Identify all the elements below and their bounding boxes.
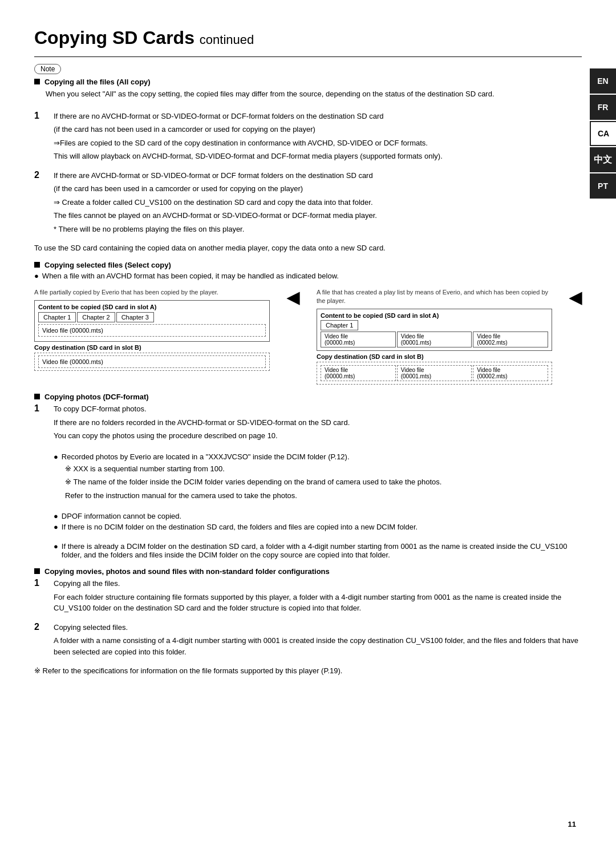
diagram-left: A file partially copied by Everio that h… [34, 288, 270, 371]
chapter-3: Chapter 3 [116, 312, 154, 322]
nonstandard-item-1-num: 1 [34, 578, 44, 588]
dcf-bullet-2: ● DPOF information cannot be copied. [54, 512, 582, 520]
dest-video-file: Video file (00000.mts) [38, 355, 266, 368]
right-desc: A file that has created a play list by m… [317, 288, 552, 306]
dcf-bullet-1-icon: ● [54, 452, 58, 461]
bullet-dot-icon: ● [34, 272, 39, 280]
item-1-line-4: This will allow playback on AVCHD-format… [54, 151, 582, 162]
right-slot-b-section: Copy destination (SD card in slot B) Vid… [317, 353, 552, 385]
select-copy-title: Copying selected files (Select copy) [44, 261, 171, 269]
item-1-content: If there are no AVCHD-format or SD-VIDEO… [54, 111, 582, 164]
dcf-kome-1: ※ XXX is a sequential number starting fr… [65, 463, 582, 475]
continued-text: continued [200, 33, 254, 47]
select-copy-header: Copying selected files (Select copy) [34, 261, 582, 269]
dcf-line-2: If there are no folders recorded in the … [54, 417, 582, 428]
nonstandard-item-1-content: Copying all the files. For each folder s… [54, 578, 582, 616]
right-dest-video-row: Video file(00000.mts) Video file(00001.m… [321, 365, 548, 381]
copy-all-title: Copying all the files (All copy) [44, 78, 151, 86]
dcf-item-1-content: To copy DCF-format photos. If there are … [54, 403, 582, 561]
note-box: Note [34, 64, 61, 74]
title-divider [34, 56, 582, 57]
dcf-item-1-num: 1 [34, 403, 44, 414]
item-1-num: 1 [34, 111, 44, 121]
item-1: 1 If there are no AVCHD-format or SD-VID… [34, 111, 582, 164]
diagram-right: A file that has created a play list by m… [317, 288, 552, 385]
right-arrow-icon: ◀ [569, 288, 582, 307]
dcf-kome-2: ※ The name of the folder inside the DCIM… [65, 476, 582, 488]
kome-bottom: ※ Refer to the specifications for inform… [34, 665, 582, 677]
right-video-row: Video file(00000.mts) Video file(00001.m… [321, 331, 548, 347]
slot-b-label: Copy destination (SD card in slot B) [34, 344, 270, 351]
section-square-icon [34, 79, 40, 84]
right-chapter-1: Chapter 1 [321, 320, 358, 330]
note-between: To use the SD card containing the copied… [34, 242, 582, 254]
item-2-line-4: The files cannot be played on an AVCHD-f… [54, 210, 582, 221]
nonstandard-item-2: 2 Copying selected files. A folder with … [34, 622, 582, 660]
nonstandard-item-1: 1 Copying all the files. For each folder… [34, 578, 582, 616]
arrow-right-icon: ◀ [287, 288, 299, 307]
page-title: Copying SD Cards continued [34, 27, 582, 48]
section-square-icon-2 [34, 262, 40, 268]
dcf-bullet-4-text: If there is already a DCIM folder on the… [62, 542, 582, 559]
lang-tab-zh[interactable]: 中文 [590, 147, 616, 172]
item-1-line-2: (if the card has not been used in a camc… [54, 124, 582, 135]
diagrams-row: A file partially copied by Everio that h… [34, 288, 582, 385]
dcf-title: Copying photos (DCF-format) [44, 393, 149, 401]
right-dest-video-1: Video file(00000.mts) [321, 365, 396, 381]
left-desc: A file partially copied by Everio that h… [34, 288, 270, 297]
dcf-bullet-1-text: Recorded photos by Everio are located in… [62, 452, 350, 461]
item-2-num: 2 [34, 170, 44, 180]
lang-tab-fr[interactable]: FR [590, 95, 616, 120]
dcf-bullet-3-text: If there is no DCIM folder on the destin… [62, 523, 418, 531]
item-2-content: If there are AVCHD-format or SD-VIDEO-fo… [54, 170, 582, 237]
nonstandard-item-2-num: 2 [34, 622, 44, 632]
lang-tab-ca[interactable]: CA [590, 121, 616, 146]
right-slot-b-label: Copy destination (SD card in slot B) [317, 353, 552, 360]
video-file-dashed: Video file (00000.mts) [38, 324, 266, 337]
slot-b-dashed-box: Video file (00000.mts) [34, 353, 270, 371]
item-2-line-2: (if the card has been used in a camcorde… [54, 183, 582, 195]
select-copy-bullet: ● When a file with an AVCHD format has b… [34, 272, 582, 280]
nonstandard-item-2-line1: Copying selected files. [54, 622, 582, 633]
dcf-bullet-1: ● Recorded photos by Everio are located … [54, 452, 582, 461]
arrow-container: ◀ [287, 288, 299, 313]
right-video-3: Video file(00002.mts) [473, 331, 548, 347]
lang-tab-pt[interactable]: PT [590, 173, 616, 199]
right-slot-b-box: Video file(00000.mts) Video file(00001.m… [317, 362, 552, 385]
chapters-row: Chapter 1 Chapter 2 Chapter 3 [38, 312, 266, 322]
dcf-bullet-2-icon: ● [54, 512, 58, 520]
item-2-line-3: ⇒ Create a folder called CU_VS100 on the… [54, 197, 582, 208]
right-video-1: Video file(00000.mts) [321, 331, 396, 347]
note-label: Note [40, 65, 55, 73]
select-copy-bullet-text: When a file with an AVCHD format has bee… [42, 272, 339, 280]
right-dest-video-2: Video file(00001.mts) [397, 365, 472, 381]
right-chapter-box: Chapter 1 [321, 321, 548, 329]
item-1-line-3: ⇒Files are copied to the SD card of the … [54, 138, 582, 149]
item-2-line-5: * There will be no problems playing the … [54, 224, 582, 235]
item-2: 2 If there are AVCHD-format or SD-VIDEO-… [34, 170, 582, 237]
dcf-line-1: To copy DCF-format photos. [54, 403, 582, 415]
slot-a-label: Content to be copied (SD card in slot A) [38, 304, 266, 310]
page-number: 11 [568, 820, 576, 828]
title-text: Copying SD Cards [34, 27, 194, 48]
lang-tabs: EN FR CA 中文 PT [590, 68, 616, 200]
nonstandard-item-1-line1: Copying all the files. [54, 578, 582, 589]
slot-a-box: Content to be copied (SD card in slot A)… [34, 300, 270, 342]
right-dest-video-3: Video file(00002.mts) [473, 365, 548, 381]
dcf-bullet-4: ● If there is already a DCIM folder on t… [54, 542, 582, 559]
lang-tab-en[interactable]: EN [590, 68, 616, 94]
dcf-bullet-2-text: DPOF information cannot be copied. [62, 512, 181, 520]
dcf-bullet-3: ● If there is no DCIM folder on the dest… [54, 523, 582, 531]
dcf-bullet-4-icon: ● [54, 542, 58, 551]
right-slot-a-label: Content to be copied (SD card in slot A) [321, 312, 548, 319]
nonstandard-header: Copying movies, photos and sound files w… [34, 567, 582, 576]
copy-all-body: When you select "All" as the copy settin… [46, 88, 582, 100]
dcf-item-1: 1 To copy DCF-format photos. If there ar… [34, 403, 582, 561]
item-1-line-1: If there are no AVCHD-format or SD-VIDEO… [54, 111, 582, 122]
right-video-2: Video file(00001.mts) [397, 331, 472, 347]
dcf-line-3: You can copy the photos using the proced… [54, 430, 582, 442]
nonstandard-item-2-line2: A folder with a name consisting of a 4-d… [54, 635, 582, 657]
dcf-square-icon [34, 394, 40, 399]
nonstandard-item-2-content: Copying selected files. A folder with a … [54, 622, 582, 660]
item-2-line-1: If there are AVCHD-format or SD-VIDEO-fo… [54, 170, 582, 181]
